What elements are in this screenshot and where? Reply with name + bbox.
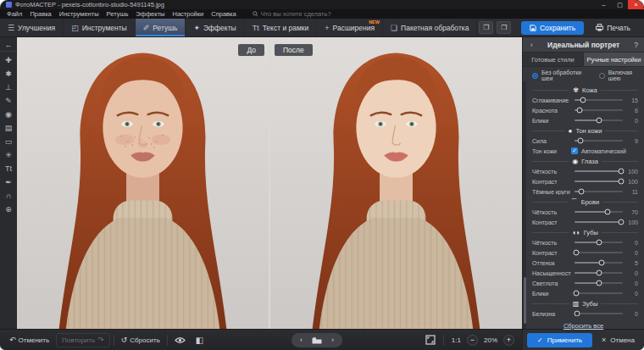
- Сила-slider[interactable]: [575, 140, 623, 142]
- clone-stamp-icon[interactable]: ⊥: [1, 81, 16, 94]
- tab-ready-styles[interactable]: Готовые стили: [523, 53, 584, 66]
- Светлота-slider[interactable]: [575, 282, 623, 284]
- slider-handle[interactable]: [599, 260, 605, 266]
- split-view-button[interactable]: ◧: [191, 330, 208, 350]
- minimize-button[interactable]: –: [596, 0, 612, 9]
- apply-button[interactable]: ✓ Применить: [527, 333, 592, 347]
- Краснота-slider[interactable]: [575, 109, 623, 111]
- maximize-button[interactable]: ▢: [612, 0, 628, 9]
- fit-screen-icon[interactable]: [425, 335, 436, 345]
- next-photo-button[interactable]: ›: [331, 336, 334, 344]
- folder-icon[interactable]: [312, 336, 322, 344]
- slider-label: Чёткость: [532, 209, 571, 215]
- apply-preset-icon[interactable]: ❐: [479, 21, 493, 34]
- Белизна-slider[interactable]: [575, 313, 623, 314]
- brush-icon[interactable]: ✎: [1, 94, 16, 108]
- slider-handle[interactable]: [596, 240, 602, 246]
- radio-label: Включая шею: [608, 69, 644, 81]
- slider-handle[interactable]: [574, 291, 580, 297]
- save-preset-icon[interactable]: ❒: [497, 21, 511, 34]
- Блики-slider[interactable]: [575, 119, 623, 121]
- tab-label: Ретушь: [153, 24, 177, 32]
- adjustment-brush-icon[interactable]: ✳: [1, 148, 16, 162]
- help-icon[interactable]: ?: [634, 41, 638, 49]
- save-button[interactable]: Сохранить: [521, 21, 584, 35]
- slider-handle[interactable]: [574, 250, 580, 256]
- radial-filter-icon[interactable]: ◉: [1, 108, 16, 121]
- menu-item-4[interactable]: Ретушь: [107, 10, 129, 18]
- Чёткость-slider[interactable]: [575, 170, 623, 172]
- zoom-ratio-button[interactable]: 1:1: [452, 336, 461, 344]
- Чёткость-slider[interactable]: [575, 211, 623, 213]
- slider-handle[interactable]: [596, 270, 602, 276]
- zoom-level[interactable]: 20%: [484, 336, 497, 344]
- slider-handle[interactable]: [574, 311, 580, 317]
- slider-label: Контраст: [532, 219, 571, 225]
- tab-2[interactable]: ◰Инструменты: [64, 19, 136, 36]
- slider-handle[interactable]: [604, 209, 610, 215]
- cancel-button[interactable]: × Отмена: [597, 335, 640, 345]
- slider-handle[interactable]: [618, 169, 624, 175]
- menu-item-7[interactable]: Справка: [211, 10, 236, 18]
- Блики-slider[interactable]: [575, 292, 623, 294]
- slider-handle[interactable]: [576, 108, 582, 114]
- zoom-out-button[interactable]: −: [467, 335, 478, 346]
- menu-item-3[interactable]: Инструменты: [59, 10, 99, 18]
- back-arrow-icon[interactable]: ←: [1, 38, 16, 52]
- distortion-tool-icon[interactable]: ⊕: [1, 203, 16, 216]
- tab-6[interactable]: +РасширенияNEW: [317, 19, 383, 36]
- Тёмные круги-slider[interactable]: [575, 191, 623, 192]
- reset-all-link[interactable]: Сбросить все: [564, 322, 603, 330]
- close-button[interactable]: ×: [628, 0, 644, 9]
- tab-4[interactable]: ✦Эффекты: [186, 19, 244, 36]
- Контраст-slider[interactable]: [575, 181, 623, 182]
- Оттенок-slider[interactable]: [575, 262, 623, 264]
- vignette-icon[interactable]: ▭: [1, 135, 16, 148]
- slider-handle[interactable]: [596, 281, 602, 286]
- Чёткость-slider[interactable]: [575, 242, 623, 243]
- undo-button[interactable]: ↶ Отменить: [4, 330, 54, 350]
- slider-value: 0: [626, 240, 638, 246]
- checkbox-icon[interactable]: ✓: [571, 147, 578, 154]
- slider-handle[interactable]: [596, 118, 602, 124]
- tab-1[interactable]: ☰Улучшения: [0, 19, 64, 36]
- pen-tool-icon[interactable]: ✒: [1, 175, 16, 189]
- section-title: Брови: [581, 198, 599, 206]
- tab-7[interactable]: ❏Пакетная обработка: [383, 19, 477, 36]
- menu-item-6[interactable]: Настройки: [172, 10, 203, 18]
- panel-scrollbar[interactable]: [523, 81, 526, 329]
- tab-5[interactable]: TtТекст и рамки: [245, 19, 318, 36]
- redo-button[interactable]: Повторить ↷: [56, 333, 110, 347]
- text-tool-icon[interactable]: Tt: [1, 162, 16, 175]
- slider-handle[interactable]: [580, 97, 586, 103]
- tab-manual-settings[interactable]: Ручные настройки: [584, 53, 644, 66]
- menu-item-2[interactable]: Правка: [30, 10, 51, 18]
- healing-brush-icon[interactable]: ✚: [1, 53, 16, 67]
- Насыщенность-slider[interactable]: [575, 272, 623, 274]
- left-toolbar: ←✚✱⊥✎◉▤▭✳Tt✒∩⊕: [0, 37, 17, 329]
- radio-include-neck[interactable]: Включая шею: [599, 69, 644, 81]
- slider-value: 5: [626, 260, 638, 266]
- Контраст-slider[interactable]: [575, 252, 623, 253]
- menu-item-1[interactable]: Файл: [7, 10, 22, 18]
- radio-no-neck[interactable]: Без обработки шеи: [532, 69, 591, 81]
- slider-handle[interactable]: [578, 189, 584, 195]
- menu-search[interactable]: Что вы хотите сделать?: [253, 10, 331, 18]
- sparkle-retouch-icon[interactable]: ✱: [1, 67, 16, 81]
- zoom-in-button[interactable]: +: [503, 335, 514, 346]
- menu-item-5[interactable]: Эффекты: [136, 10, 164, 18]
- magnet-tool-icon[interactable]: ∩: [1, 189, 16, 203]
- slider-handle[interactable]: [577, 138, 583, 144]
- tab-3[interactable]: ✐Ретушь: [136, 19, 186, 36]
- show-original-button[interactable]: [169, 330, 191, 350]
- slider-handle[interactable]: [618, 219, 624, 225]
- prev-photo-button[interactable]: ‹: [300, 336, 303, 344]
- graduated-filter-icon[interactable]: ▤: [1, 121, 16, 135]
- Контраст-slider[interactable]: [575, 221, 623, 223]
- scrollbar-thumb[interactable]: [524, 277, 526, 324]
- Сглаживание-slider[interactable]: [575, 99, 623, 101]
- slider-handle[interactable]: [618, 179, 624, 185]
- print-button[interactable]: Печать: [589, 21, 637, 35]
- save-icon: [530, 25, 536, 31]
- reset-button[interactable]: ↺ Сбросить: [116, 330, 165, 350]
